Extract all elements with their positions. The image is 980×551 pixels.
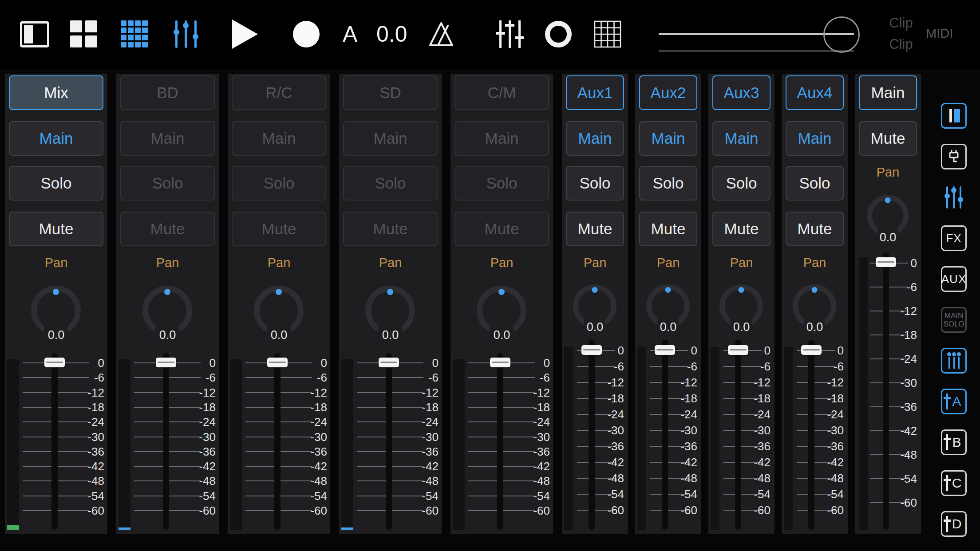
fader-handle[interactable] [44, 358, 65, 367]
fader-scale-label: -6 [428, 371, 439, 385]
channel-mute-button[interactable]: Mute [712, 212, 771, 246]
fader-track[interactable] [497, 353, 503, 530]
value-display[interactable]: 0.0 [376, 22, 407, 47]
fader-handle[interactable] [655, 345, 675, 355]
position-slider-track-bottom[interactable] [659, 50, 854, 52]
channel-route-button[interactable]: Main [232, 121, 326, 156]
channel-route-button[interactable]: Main [639, 121, 697, 156]
pan-knob[interactable] [867, 195, 909, 236]
fader-handle[interactable] [267, 358, 288, 367]
fader-handle[interactable] [581, 345, 602, 355]
aux-button[interactable]: AUX [941, 266, 967, 292]
channel-mute-label: Mute [724, 220, 759, 238]
fader-scale-label: 0 [432, 356, 439, 370]
fader-handle[interactable] [156, 358, 176, 367]
channel-name-button[interactable]: Mix [9, 75, 103, 110]
channel-name-button[interactable]: Aux2 [639, 75, 697, 110]
mixer-view-icon[interactable] [172, 20, 200, 48]
fader-handle[interactable] [728, 345, 748, 355]
fader-handle[interactable] [490, 358, 510, 367]
fx-button[interactable]: FX [941, 225, 967, 251]
fader-scale-label: -54 [900, 472, 917, 486]
channel-solo-button[interactable]: Solo [9, 166, 103, 201]
fader-track[interactable] [274, 353, 281, 530]
channel-name-button[interactable]: BD [120, 75, 215, 110]
channel-mute-button[interactable]: Mute [232, 212, 326, 246]
channel-name-button[interactable]: Aux3 [712, 75, 771, 110]
channel-name-button[interactable]: R/C [232, 75, 326, 110]
fader-scale-label: -42 [827, 456, 844, 469]
channel-solo-button[interactable]: Solo [343, 166, 438, 201]
fader-track[interactable] [662, 340, 668, 530]
channel-strip-r-c: R/C Main Solo Mute Pan 0.0 0-6-12-18-24-… [228, 74, 330, 534]
channel-route-button[interactable]: Main [454, 121, 549, 156]
section-letter[interactable]: A [343, 22, 357, 47]
snapshot-b-button[interactable]: B [941, 429, 967, 455]
fader-track[interactable] [589, 340, 595, 530]
channel-solo-button[interactable]: Solo [786, 166, 844, 201]
metronome-button[interactable] [427, 20, 455, 48]
channel-solo-button[interactable]: Solo [232, 166, 326, 201]
play-button[interactable] [232, 20, 258, 49]
channel-mute-button[interactable]: Mute [9, 212, 103, 246]
channel-mute-button[interactable]: Mute [120, 212, 215, 246]
fader-track[interactable] [883, 252, 889, 530]
channel-solo-button[interactable]: Solo [712, 166, 771, 201]
fader-track[interactable] [386, 353, 392, 530]
channel-mute-button[interactable]: Mute [566, 212, 624, 246]
fader-scale-label: -48 [900, 448, 917, 462]
levels-icon[interactable] [496, 20, 524, 48]
fader-handle[interactable] [876, 257, 896, 267]
channel-mute-button[interactable]: Mute [343, 212, 438, 246]
circle-icon[interactable] [545, 21, 572, 47]
channel-name-button[interactable]: Main [859, 75, 917, 110]
snapshot-a-button[interactable]: A [941, 389, 967, 414]
channel-route-button[interactable]: Main [9, 121, 103, 156]
record-button[interactable] [293, 21, 320, 47]
channel-mute-button[interactable]: Mute [454, 212, 549, 246]
right-sidebar: FXAUXMAINSOLOABCD [941, 103, 967, 537]
channel-name-label: SD [379, 84, 401, 102]
channel-route-button[interactable]: Main [343, 121, 438, 156]
balance-view-button[interactable] [941, 103, 967, 129]
quad-view-icon[interactable] [70, 20, 97, 47]
fader-scale-label: -48 [533, 474, 550, 488]
channel-route-button[interactable]: Mute [859, 121, 917, 156]
position-slider-knob[interactable] [823, 16, 860, 53]
grid-icon[interactable] [594, 20, 621, 48]
channel-solo-button[interactable]: Solo [566, 166, 624, 201]
channel-solo-button[interactable]: Solo [120, 166, 215, 201]
browser-panel-icon[interactable] [20, 21, 49, 47]
channel-name-button[interactable]: Aux1 [566, 75, 624, 110]
fader-scale-label: -42 [680, 456, 697, 469]
fader-track[interactable] [51, 353, 58, 530]
channel-route-button[interactable]: Main [566, 121, 624, 156]
main-solo-button[interactable]: MAINSOLO [941, 307, 967, 333]
fader-track[interactable] [808, 340, 814, 530]
midi-label[interactable]: MIDI [926, 26, 953, 41]
channel-solo-button[interactable]: Solo [639, 166, 697, 201]
pan-knob-indicator [498, 289, 505, 295]
fader-scale-label: -54 [199, 489, 216, 503]
channel-solo-button[interactable]: Solo [454, 166, 549, 201]
channel-route-button[interactable]: Main [712, 121, 771, 156]
pads-view-icon[interactable] [121, 20, 148, 47]
connection-button[interactable] [941, 144, 967, 169]
fader-scale-label: -42 [900, 424, 917, 438]
channel-mute-button[interactable]: Mute [639, 212, 697, 246]
mixer-view-button[interactable] [941, 185, 967, 210]
channel-name-button[interactable]: SD [343, 75, 438, 110]
fader-handle[interactable] [379, 358, 399, 367]
fader-track[interactable] [163, 353, 169, 530]
channel-route-button[interactable]: Main [120, 121, 215, 156]
channel-route-button[interactable]: Main [786, 121, 844, 156]
channel-strips-button[interactable] [941, 348, 967, 374]
snapshot-c-button[interactable]: C [941, 470, 967, 496]
channel-name-button[interactable]: Aux4 [786, 75, 844, 110]
channel-mute-button[interactable]: Mute [786, 212, 844, 246]
channel-name-button[interactable]: C/M [454, 75, 549, 110]
fader-scale-label: -18 [900, 328, 917, 342]
fader-track[interactable] [735, 340, 741, 530]
fader-handle[interactable] [801, 345, 822, 355]
snapshot-d-button[interactable]: D [941, 511, 967, 537]
